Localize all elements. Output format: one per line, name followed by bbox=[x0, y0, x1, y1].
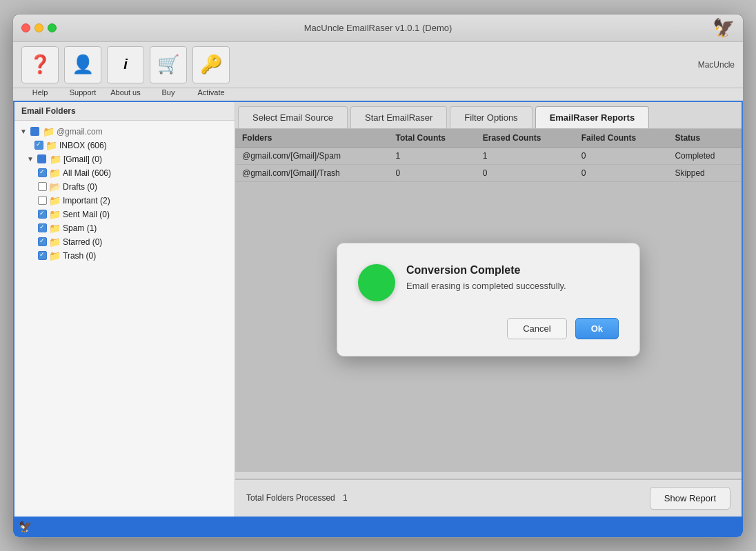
tab-select-email-source[interactable]: Select Email Source bbox=[238, 106, 348, 128]
bottom-bar: Total Folders Processed 1 Show Report bbox=[235, 479, 742, 517]
logo-area: 🦅 bbox=[713, 17, 735, 39]
tab-start-emailraser[interactable]: Start EmailRaser bbox=[350, 106, 447, 128]
trash-icon: 📁 bbox=[49, 250, 61, 261]
tab-filter-options[interactable]: Filter Options bbox=[450, 106, 532, 128]
trash-folder[interactable]: 📁 Trash (0) bbox=[14, 249, 235, 263]
drafts-checkbox[interactable] bbox=[38, 182, 47, 191]
important-icon: 📁 bbox=[49, 195, 61, 206]
help-icon: ❓ bbox=[29, 54, 51, 75]
sentmail-checkbox[interactable] bbox=[38, 210, 47, 219]
about-button[interactable]: i bbox=[107, 46, 144, 83]
spam-icon: 📁 bbox=[49, 223, 61, 234]
scrollbar-area[interactable] bbox=[235, 471, 742, 479]
starred-icon: 📁 bbox=[49, 237, 61, 248]
taskbar: 🦅 bbox=[13, 517, 743, 537]
drafts-label: Drafts (0) bbox=[63, 182, 97, 192]
close-button[interactable] bbox=[21, 23, 30, 32]
drafts-folder[interactable]: 📂 Drafts (0) bbox=[14, 180, 235, 194]
sidebar: Email Folders ▼ 📁 @gmail.com 📁 INBOX (60… bbox=[14, 102, 235, 517]
conversion-complete-dialog: Conversion Complete Email erasing is com… bbox=[337, 243, 640, 357]
support-icon: 👤 bbox=[72, 54, 94, 75]
spam-checkbox[interactable] bbox=[38, 223, 47, 232]
toolbar-buttons-row: ❓ 👤 i 🛒 🔑 MacUncle bbox=[13, 42, 743, 88]
success-icon bbox=[358, 264, 395, 301]
folder-icon: 📁 bbox=[43, 126, 54, 137]
trash-label: Trash (0) bbox=[63, 251, 96, 261]
inbox-icon: 📁 bbox=[46, 140, 57, 151]
gmail-group[interactable]: ▼ 📁 [Gmail] (0) bbox=[14, 152, 235, 166]
inbox-checkbox[interactable] bbox=[34, 141, 43, 150]
modal-overlay: Conversion Complete Email erasing is com… bbox=[235, 129, 742, 471]
gmail-expand-icon: ▼ bbox=[27, 155, 34, 163]
main-content: Email Folders ▼ 📁 @gmail.com 📁 INBOX (60… bbox=[13, 101, 743, 517]
starred-checkbox[interactable] bbox=[38, 237, 47, 246]
help-button[interactable]: ❓ bbox=[21, 46, 59, 83]
starred-folder[interactable]: 📁 Starred (0) bbox=[14, 235, 235, 249]
account-row[interactable]: ▼ 📁 @gmail.com bbox=[14, 125, 235, 139]
about-label: About us bbox=[107, 88, 144, 97]
allmail-checkbox[interactable] bbox=[38, 168, 47, 177]
account-name: @gmail.com bbox=[57, 127, 103, 137]
important-checkbox[interactable] bbox=[38, 196, 47, 205]
expand-icon: ▼ bbox=[20, 128, 27, 135]
main-window: MacUncle EmailRaser v1.0.1 (Demo) 🦅 ❓ 👤 … bbox=[12, 14, 744, 538]
total-folders-processed: Total Folders Processed 1 bbox=[246, 493, 348, 503]
cancel-button[interactable]: Cancel bbox=[507, 318, 566, 339]
account-checkbox bbox=[30, 127, 39, 136]
title-bar: MacUncle EmailRaser v1.0.1 (Demo) 🦅 bbox=[13, 14, 743, 42]
modal-subtitle: Email erasing is completed successfully. bbox=[406, 281, 566, 291]
info-icon: i bbox=[123, 57, 128, 72]
drafts-icon: 📂 bbox=[49, 181, 61, 192]
important-folder[interactable]: 📁 Important (2) bbox=[14, 194, 235, 208]
trash-checkbox[interactable] bbox=[38, 251, 47, 260]
inbox-folder[interactable]: 📁 INBOX (606) bbox=[14, 139, 235, 152]
taskbar-logo-icon: 🦅 bbox=[19, 520, 32, 533]
buy-label: Buy bbox=[150, 88, 187, 97]
key-icon: 🔑 bbox=[200, 54, 222, 75]
sidebar-header: Email Folders bbox=[14, 102, 235, 121]
sentmail-icon: 📁 bbox=[49, 209, 61, 220]
maximize-button[interactable] bbox=[48, 23, 57, 32]
buy-icon: 🛒 bbox=[157, 54, 179, 75]
spam-label: Spam (1) bbox=[63, 223, 97, 233]
help-label: Help bbox=[21, 88, 59, 97]
macuncle-logo-icon: 🦅 bbox=[713, 17, 735, 38]
activate-button[interactable]: 🔑 bbox=[192, 46, 230, 83]
sentmail-label: Sent Mail (0) bbox=[63, 210, 110, 219]
support-label: Support bbox=[64, 88, 101, 97]
traffic-lights bbox=[21, 23, 57, 32]
window-title: MacUncle EmailRaser v1.0.1 (Demo) bbox=[304, 23, 452, 33]
report-area: Folders Total Counts Erased Counts Faile… bbox=[235, 129, 742, 471]
modal-title: Conversion Complete bbox=[406, 264, 566, 277]
modal-text: Conversion Complete Email erasing is com… bbox=[406, 264, 566, 291]
gmail-label: [Gmail] (0) bbox=[63, 154, 102, 164]
brand-label: MacUncle bbox=[698, 60, 735, 70]
sentmail-folder[interactable]: 📁 Sent Mail (0) bbox=[14, 208, 235, 221]
allmail-folder[interactable]: 📁 All Mail (606) bbox=[14, 166, 235, 180]
allmail-icon: 📁 bbox=[49, 168, 61, 179]
modal-buttons: Cancel Ok bbox=[358, 318, 619, 339]
toolbar-labels-row: Help Support About us Buy Activate bbox=[13, 88, 743, 101]
toolbar: ❓ 👤 i 🛒 🔑 MacUncle Help Support About us… bbox=[13, 42, 743, 101]
minimize-button[interactable] bbox=[34, 23, 43, 32]
tab-emailraser-reports[interactable]: EmailRaser Reports bbox=[535, 106, 650, 128]
show-report-button[interactable]: Show Report bbox=[650, 487, 730, 510]
starred-label: Starred (0) bbox=[63, 237, 102, 247]
support-button[interactable]: 👤 bbox=[64, 46, 101, 83]
important-label: Important (2) bbox=[63, 196, 110, 206]
modal-content-row: Conversion Complete Email erasing is com… bbox=[358, 264, 619, 301]
inbox-label: INBOX (606) bbox=[59, 141, 107, 150]
ok-button[interactable]: Ok bbox=[575, 318, 619, 339]
right-panel: Select Email Source Start EmailRaser Fil… bbox=[235, 102, 742, 517]
gmail-folder-icon: 📁 bbox=[50, 154, 61, 165]
spam-folder[interactable]: 📁 Spam (1) bbox=[14, 221, 235, 235]
buy-button[interactable]: 🛒 bbox=[150, 46, 187, 83]
allmail-label: All Mail (606) bbox=[63, 168, 111, 178]
tabs-bar: Select Email Source Start EmailRaser Fil… bbox=[235, 102, 742, 129]
gmail-group-checkbox bbox=[37, 154, 46, 163]
activate-label: Activate bbox=[192, 88, 230, 97]
folder-tree: ▼ 📁 @gmail.com 📁 INBOX (606) ▼ 📁 bbox=[14, 121, 235, 267]
